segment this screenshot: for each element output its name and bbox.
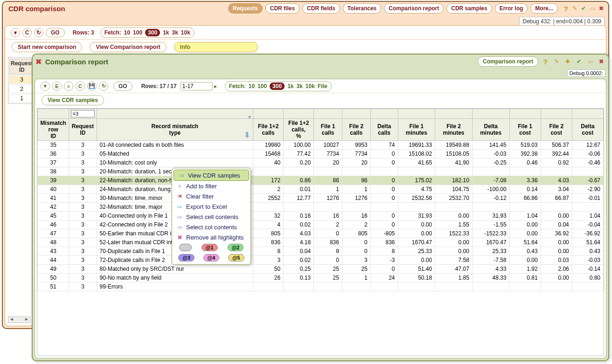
table-row[interactable]: 35301-All connected calls in both files1… bbox=[38, 141, 604, 150]
table-row[interactable]: 45340-Connected only in File 1320.161616… bbox=[38, 212, 604, 220]
table-cell[interactable]: 2 bbox=[253, 185, 284, 194]
table-cell[interactable]: 15468 bbox=[253, 150, 284, 158]
sub-close-left-icon[interactable]: ✖ bbox=[35, 57, 42, 66]
tab-requests[interactable]: Requests bbox=[228, 3, 263, 14]
filter-cell[interactable]: ▾ bbox=[97, 109, 253, 119]
table-cell[interactable]: 3 bbox=[253, 256, 284, 265]
table-cell[interactable]: 41.65 bbox=[398, 158, 435, 167]
table-cell[interactable]: 45 bbox=[38, 212, 69, 220]
filter-cell[interactable] bbox=[253, 109, 284, 119]
table-row[interactable]: 48352-Later than mutual CDR interva8364.… bbox=[38, 238, 604, 247]
table-cell[interactable]: 20 bbox=[314, 158, 342, 167]
info-pill[interactable]: Info bbox=[174, 42, 258, 52]
table-cell[interactable]: 4.75 bbox=[398, 185, 435, 194]
table-cell[interactable]: 0.02 bbox=[284, 220, 314, 229]
table-cell[interactable]: 1276 bbox=[342, 194, 370, 203]
context-menu-item[interactable]: ▿Add to filter bbox=[172, 181, 250, 191]
table-row[interactable]: 38320-Mismatch: duration, 1 second bbox=[38, 167, 604, 176]
sub-fetch-10[interactable]: 10 bbox=[249, 83, 255, 89]
table-cell[interactable]: 2.06 bbox=[541, 265, 572, 274]
table-cell[interactable] bbox=[398, 203, 435, 212]
table-cell[interactable]: 3 bbox=[69, 274, 97, 282]
table-cell[interactable]: -3 bbox=[370, 256, 398, 265]
table-cell[interactable]: 1.55 bbox=[435, 220, 473, 229]
tab-cdr-fields[interactable]: CDR fields bbox=[302, 3, 340, 14]
table-cell[interactable]: 0 bbox=[370, 176, 398, 185]
table-cell[interactable]: 2532.70 bbox=[435, 194, 473, 203]
table-cell[interactable]: 50.18 bbox=[398, 274, 435, 282]
column-header[interactable]: Deltacost bbox=[572, 119, 603, 141]
table-cell[interactable]: 3 bbox=[69, 176, 97, 185]
table-cell[interactable]: 8 bbox=[370, 247, 398, 256]
table-cell[interactable] bbox=[284, 167, 314, 176]
sub-go-button[interactable]: GO bbox=[113, 82, 132, 91]
column-header[interactable]: Record mismatchtype⬇ bbox=[97, 119, 253, 141]
column-header[interactable]: File 1+2 calls,% bbox=[284, 119, 314, 141]
fetch-3k[interactable]: 3k bbox=[172, 29, 178, 36]
table-cell[interactable]: 41.90 bbox=[435, 158, 473, 167]
sub-menu-icon[interactable]: ≡ bbox=[64, 82, 73, 91]
table-cell[interactable]: 506.37 bbox=[541, 141, 572, 150]
table-cell[interactable]: 44 bbox=[38, 256, 69, 265]
table-cell[interactable]: 2 bbox=[342, 220, 370, 229]
table-cell[interactable]: 66.87 bbox=[541, 194, 572, 203]
table-cell[interactable]: 836 bbox=[314, 238, 342, 247]
table-cell[interactable]: 19980 bbox=[253, 141, 284, 150]
close-icon[interactable]: ✖ bbox=[597, 4, 605, 13]
table-cell[interactable] bbox=[509, 167, 541, 176]
table-cell[interactable]: 0.00 bbox=[435, 212, 473, 220]
table-cell[interactable]: 0.80 bbox=[572, 274, 603, 282]
table-cell[interactable]: 392.44 bbox=[541, 150, 572, 158]
column-header[interactable]: File 2calls bbox=[342, 119, 370, 141]
table-cell[interactable]: -7.08 bbox=[472, 176, 509, 185]
table-cell[interactable]: 10027 bbox=[314, 141, 342, 150]
table-cell[interactable]: 0.03 bbox=[541, 256, 572, 265]
table-cell[interactable]: 80-Matched only by SRC/DST nur bbox=[97, 265, 253, 274]
table-cell[interactable]: 48 bbox=[38, 238, 69, 247]
table-cell[interactable]: -0.04 bbox=[572, 220, 603, 229]
sub-fetch-1k[interactable]: 1k bbox=[287, 83, 293, 89]
table-cell[interactable]: 0.04 bbox=[541, 220, 572, 229]
sub-plus-icon[interactable]: ✚ bbox=[563, 57, 572, 66]
table-cell[interactable]: 4.03 bbox=[284, 229, 314, 238]
table-cell[interactable]: 25 bbox=[314, 274, 342, 282]
table-cell[interactable]: 25.33 bbox=[398, 247, 435, 256]
column-header[interactable]: File 2minutes bbox=[435, 119, 473, 141]
table-row[interactable]: 47350-Earlier than mutual CDR interv8054… bbox=[38, 229, 604, 238]
table-cell[interactable]: 47.07 bbox=[435, 265, 473, 274]
table-cell[interactable]: 0.43 bbox=[572, 247, 603, 256]
tab-comparison-report[interactable]: Comparison report bbox=[384, 3, 444, 14]
table-cell[interactable] bbox=[284, 203, 314, 212]
table-cell[interactable]: 3 bbox=[69, 167, 97, 176]
table-cell[interactable]: 0.00 bbox=[398, 220, 435, 229]
table-cell[interactable] bbox=[253, 282, 284, 291]
filter-cell[interactable] bbox=[370, 109, 398, 119]
table-cell[interactable] bbox=[572, 282, 603, 291]
table-cell[interactable]: 805 bbox=[253, 229, 284, 238]
table-cell[interactable]: 836 bbox=[253, 238, 284, 247]
table-row[interactable]: 36305-Matched1546877.4277347734015108.02… bbox=[38, 150, 604, 158]
filter-cell[interactable] bbox=[435, 109, 473, 119]
table-cell[interactable]: -1.55 bbox=[472, 220, 509, 229]
table-cell[interactable]: 9953 bbox=[342, 141, 370, 150]
table-row[interactable]: 44372-Duplicate calls in File 230.0203-3… bbox=[38, 256, 604, 265]
tab-tolerances[interactable]: Tolerances bbox=[343, 3, 381, 14]
table-row[interactable]: 51399-Errors bbox=[38, 282, 604, 291]
table-cell[interactable]: 15108.05 bbox=[435, 150, 473, 158]
table-cell[interactable]: 3 bbox=[69, 238, 97, 247]
table-cell[interactable]: 2552 bbox=[253, 194, 284, 203]
filter-cell[interactable] bbox=[541, 109, 572, 119]
sub-check-icon[interactable]: ✔ bbox=[575, 57, 583, 66]
table-cell[interactable] bbox=[253, 203, 284, 212]
table-cell[interactable]: -36.92 bbox=[572, 229, 603, 238]
table-cell[interactable]: 50 bbox=[38, 274, 69, 282]
table-cell[interactable]: 4.18 bbox=[284, 238, 314, 247]
table-cell[interactable]: 50 bbox=[253, 265, 284, 274]
column-header[interactable]: File 1cost bbox=[509, 119, 541, 141]
table-cell[interactable]: 1670.47 bbox=[472, 238, 509, 247]
fetch-1k[interactable]: 1k bbox=[163, 29, 169, 36]
left-grid-header[interactable]: Request ID bbox=[9, 59, 34, 75]
left-grid-row-3[interactable]: 3 bbox=[9, 76, 34, 84]
sub-help-icon[interactable]: ? bbox=[541, 57, 549, 66]
table-cell[interactable]: 1.92 bbox=[509, 265, 541, 274]
